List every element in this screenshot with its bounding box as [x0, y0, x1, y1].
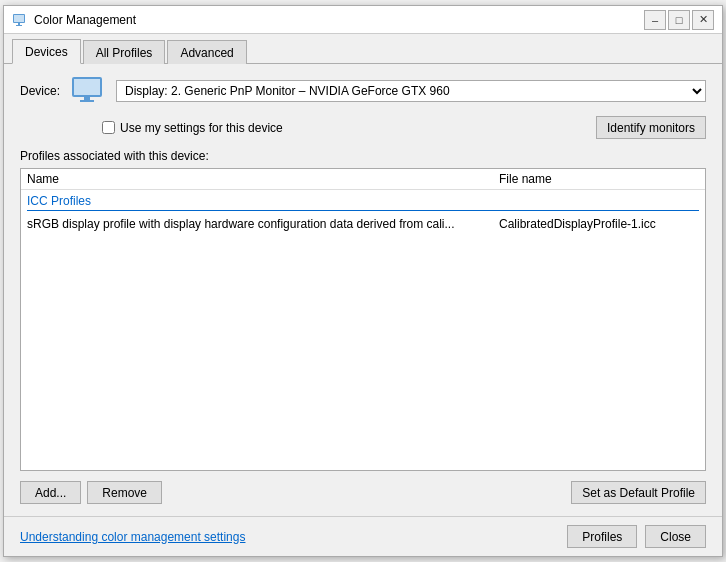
window-icon — [12, 12, 28, 28]
maximize-button[interactable]: □ — [668, 10, 690, 30]
main-content: Device: Display: 2. Generic PnP Monitor … — [4, 64, 722, 516]
title-bar-controls: – □ ✕ — [644, 10, 714, 30]
monitor-icon — [70, 76, 106, 106]
tab-bar: Devices All Profiles Advanced — [4, 34, 722, 64]
bottom-bar: Understanding color management settings … — [4, 516, 722, 556]
set-default-profile-button[interactable]: Set as Default Profile — [571, 481, 706, 504]
table-body: ICC Profiles sRGB display profile with d… — [21, 190, 705, 470]
device-label: Device: — [20, 84, 60, 98]
device-dropdown-wrapper[interactable]: Display: 2. Generic PnP Monitor – NVIDIA… — [116, 80, 706, 102]
identify-monitors-button[interactable]: Identify monitors — [596, 116, 706, 139]
action-buttons: Add... Remove Set as Default Profile — [20, 481, 706, 504]
icc-profiles-group: ICC Profiles — [27, 194, 699, 211]
tab-devices[interactable]: Devices — [12, 39, 81, 64]
profiles-section: Profiles associated with this device: Na… — [20, 149, 706, 471]
tab-advanced[interactable]: Advanced — [167, 40, 246, 64]
tab-all-profiles[interactable]: All Profiles — [83, 40, 166, 64]
window-title: Color Management — [34, 13, 644, 27]
svg-rect-7 — [80, 100, 94, 102]
table-row[interactable]: sRGB display profile with display hardwa… — [27, 215, 699, 233]
close-window-button[interactable]: ✕ — [692, 10, 714, 30]
device-dropdown[interactable]: Display: 2. Generic PnP Monitor – NVIDIA… — [116, 80, 706, 102]
profile-name: sRGB display profile with display hardwa… — [27, 217, 499, 231]
use-settings-label[interactable]: Use my settings for this device — [120, 121, 283, 135]
col-filename-header: File name — [499, 172, 699, 186]
table-header: Name File name — [21, 169, 705, 190]
svg-rect-2 — [18, 23, 20, 25]
svg-rect-3 — [16, 25, 22, 26]
col-name-header: Name — [27, 172, 499, 186]
profiles-section-label: Profiles associated with this device: — [20, 149, 706, 163]
profiles-button[interactable]: Profiles — [567, 525, 637, 548]
device-row: Device: Display: 2. Generic PnP Monitor … — [20, 76, 706, 106]
add-button[interactable]: Add... — [20, 481, 81, 504]
profile-filename: CalibratedDisplayProfile-1.icc — [499, 217, 699, 231]
title-bar: Color Management – □ ✕ — [4, 6, 722, 34]
svg-rect-5 — [74, 79, 100, 95]
close-button[interactable]: Close — [645, 525, 706, 548]
help-link[interactable]: Understanding color management settings — [20, 530, 245, 544]
svg-rect-6 — [84, 97, 90, 100]
profiles-table: Name File name ICC Profiles sRGB display… — [20, 168, 706, 471]
remove-button[interactable]: Remove — [87, 481, 162, 504]
minimize-button[interactable]: – — [644, 10, 666, 30]
svg-rect-1 — [14, 15, 24, 22]
window: Color Management – □ ✕ Devices All Profi… — [3, 5, 723, 557]
use-my-settings-checkbox[interactable] — [102, 121, 115, 134]
